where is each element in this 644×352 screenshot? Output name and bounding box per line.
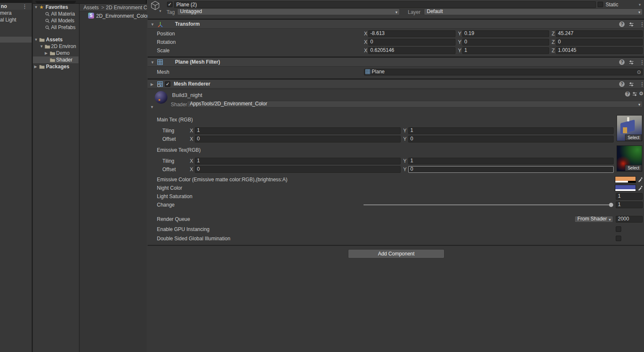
asset-row-shader[interactable]: S 2D_Environment_Color — [80, 12, 147, 19]
position-row: Position X -8.613 Y 0.19 Z 45.247 — [148, 30, 644, 37]
chevron-right-icon[interactable]: ▶ — [151, 83, 154, 86]
axis-x-label: X — [190, 158, 193, 164]
main-offset-y-field[interactable]: 0 — [408, 136, 614, 142]
object-picker-icon[interactable]: ⊙ — [637, 69, 641, 75]
add-component-button[interactable]: Add Component — [348, 249, 445, 258]
presets-icon[interactable] — [628, 81, 634, 87]
chevron-down-icon[interactable]: ▼ — [34, 5, 38, 9]
active-checkbox[interactable]: ✓ — [167, 2, 172, 7]
eyedropper-icon[interactable] — [638, 177, 643, 182]
layer-label: Layer — [408, 9, 420, 16]
breadcrumb-current[interactable]: 2D Environment C — [106, 4, 147, 11]
hierarchy-item-light[interactable]: al Light — [0, 16, 32, 23]
main-offset-x-field[interactable]: 0 — [195, 136, 401, 142]
help-icon[interactable]: ? — [619, 59, 625, 65]
axis-x-label: X — [190, 127, 193, 134]
chevron-right-icon[interactable]: ▶ — [34, 65, 37, 69]
mesh-filter-header[interactable]: ▼ Plane (Mesh Filter) ? ⋮ — [148, 57, 644, 67]
main-tiling-y-field[interactable]: 1 — [408, 127, 614, 134]
kebab-menu-icon[interactable]: ⋮ — [639, 81, 644, 87]
scale-y-field[interactable]: 1 — [462, 47, 549, 54]
favorites-all-materials[interactable]: All Materia — [33, 11, 78, 17]
position-y-field[interactable]: 0.19 — [462, 30, 549, 37]
chevron-down-icon[interactable]: ▼ — [34, 38, 38, 42]
emissive-color-swatch[interactable] — [615, 176, 636, 183]
kebab-menu-icon[interactable]: ⋮ — [639, 21, 644, 27]
help-icon[interactable]: ? — [619, 81, 625, 87]
presets-icon[interactable] — [628, 21, 634, 27]
rotation-y-field[interactable]: 0 — [462, 39, 549, 46]
light-saturation-field[interactable]: 1 — [616, 193, 643, 200]
axis-y-label: Y — [403, 158, 407, 164]
foldout-icon[interactable]: ▼ — [151, 23, 154, 27]
emissive-offset-x-field[interactable]: 0 — [195, 166, 401, 173]
change-slider-track[interactable] — [364, 204, 612, 205]
help-icon[interactable]: ? — [625, 91, 630, 97]
change-field[interactable]: 1 — [616, 202, 643, 208]
presets-icon[interactable] — [632, 91, 638, 97]
hierarchy-scene-row[interactable]: no ⋮ — [0, 3, 32, 10]
favorites-all-models[interactable]: All Models — [33, 17, 78, 24]
chevron-right-icon[interactable]: ▶ — [45, 51, 48, 55]
tree-shader-label: Shader — [56, 56, 73, 63]
axis-z-label: Z — [552, 30, 555, 37]
scale-z-field[interactable]: 1.00145 — [556, 47, 643, 54]
tree-2d-environment-row[interactable]: ▼ 2D Environ — [33, 43, 78, 50]
tag-dropdown[interactable]: Untagged ▼ — [177, 8, 400, 15]
emissive-tiling-y-field[interactable]: 1 — [408, 158, 614, 164]
favorites-row[interactable]: ▼ ★ Favorites — [33, 4, 78, 11]
static-checkbox[interactable] — [598, 2, 603, 7]
scale-x-field[interactable]: 0.6205146 — [368, 47, 455, 54]
color-area — [615, 185, 636, 189]
tree-demo-row[interactable]: ▶ Demo — [33, 50, 78, 56]
presets-icon[interactable] — [628, 59, 634, 65]
hierarchy-selected-row[interactable] — [0, 37, 32, 43]
mesh-renderer-enabled-checkbox[interactable]: ✓ — [165, 81, 170, 87]
night-color-swatch[interactable] — [615, 185, 636, 191]
project-toolbar-sliver — [33, 0, 146, 4]
emissive-offset-y-field[interactable]: 0 — [408, 166, 614, 173]
material-preview-sphere[interactable] — [155, 91, 167, 104]
main-tiling-x-field[interactable]: 1 — [195, 127, 401, 134]
gpu-instancing-checkbox[interactable] — [616, 226, 621, 232]
mesh-object-field[interactable]: Plane ⊙ — [364, 69, 643, 75]
chevron-down-icon[interactable]: ▼ — [159, 9, 162, 13]
eyedropper-icon[interactable] — [638, 185, 643, 191]
tree-shader-row[interactable]: Shader — [33, 56, 78, 63]
scene-menu-icon[interactable]: ⋮ — [22, 4, 27, 9]
tree-assets-row[interactable]: ▼ Assets — [33, 36, 78, 43]
scale-label: Scale — [157, 47, 170, 54]
material-foldout-icon[interactable]: ▼ — [150, 105, 154, 109]
gear-icon[interactable]: ⚙ — [639, 91, 644, 97]
kebab-menu-icon[interactable]: ⋮ — [639, 59, 644, 65]
render-queue-field[interactable]: 2000 — [616, 216, 643, 223]
transform-header[interactable]: ▼ Transform ? ⋮ — [148, 19, 644, 29]
favorites-item-label: All Materia — [51, 11, 75, 17]
rotation-x-field[interactable]: 0 — [368, 39, 455, 46]
breadcrumb-root[interactable]: Assets — [84, 4, 99, 11]
position-x-field[interactable]: -8.613 — [368, 30, 455, 37]
emissive-tiling-x-field[interactable]: 1 — [195, 158, 401, 164]
double-sided-gi-checkbox[interactable] — [616, 236, 621, 241]
position-z-field[interactable]: 45.247 — [556, 30, 643, 37]
help-icon[interactable]: ? — [619, 21, 625, 27]
favorites-label: Favorites — [46, 4, 68, 11]
chevron-down-icon[interactable]: ▼ — [40, 45, 43, 48]
foldout-icon[interactable]: ▼ — [151, 61, 154, 64]
rotation-row: Rotation X 0 Y 0 Z 0 — [148, 39, 644, 46]
layer-dropdown[interactable]: Default ▼ — [424, 8, 643, 15]
favorites-all-prefabs[interactable]: All Prefabs — [33, 24, 78, 31]
axis-y-label: Y — [458, 47, 461, 54]
chevron-down-icon: ▼ — [395, 10, 398, 15]
rotation-z-field[interactable]: 0 — [556, 39, 643, 46]
static-dropdown-caret[interactable]: ▼ — [638, 3, 641, 7]
hierarchy-item-camera[interactable]: mera — [0, 10, 32, 16]
axis-x-label: X — [364, 39, 367, 46]
asset-name-label: 2D_Environment_Color — [96, 13, 149, 19]
render-queue-dropdown[interactable]: From Shader ▼ — [574, 216, 613, 223]
gameobject-name-field[interactable]: Plane (2) — [174, 1, 596, 8]
change-slider-knob[interactable] — [609, 203, 613, 207]
shader-dropdown[interactable]: AppsTools/2D_Environment_Color ▼ — [187, 101, 643, 107]
tree-packages-row[interactable]: ▶ Packages — [33, 63, 78, 70]
mesh-renderer-header[interactable]: ▶ ✓ Mesh Renderer ? ⋮ — [148, 79, 644, 89]
